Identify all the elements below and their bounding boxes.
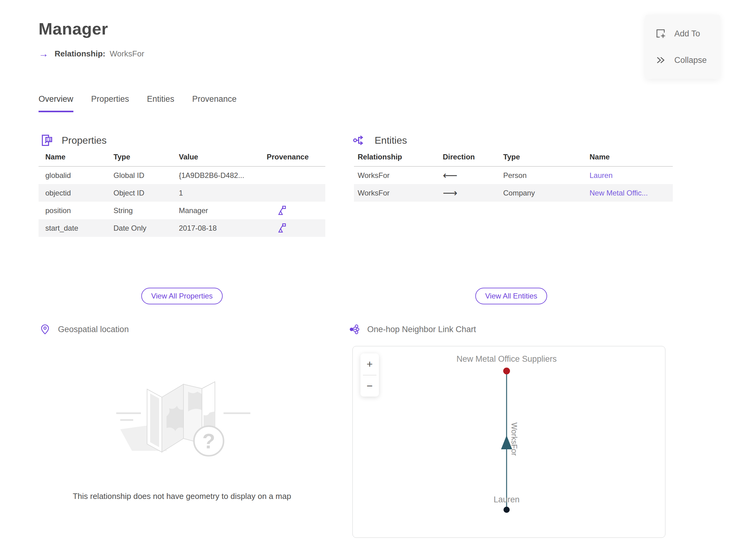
properties-section-title: Properties (62, 135, 107, 146)
prop-value: 1 (179, 189, 267, 197)
collapse-label: Collapse (674, 56, 707, 65)
prop-type: Global ID (113, 171, 179, 180)
ent-type: Person (503, 171, 589, 180)
tab-bar: Overview Properties Entities Provenance (38, 94, 237, 112)
ent-relationship: WorksFor (358, 171, 443, 180)
entity-link[interactable]: New Metal Offic... (589, 189, 673, 197)
ent-relationship: WorksFor (358, 189, 443, 197)
link-chart-icon (349, 324, 360, 335)
col-direction: Direction (443, 153, 503, 161)
zoom-out-button[interactable]: − (360, 375, 379, 397)
company-node-label: New Metal Office Suppliers (456, 354, 557, 364)
add-to-icon (655, 28, 666, 39)
company-node[interactable] (503, 368, 510, 374)
direction-arrow: ⟶ (443, 187, 503, 199)
provenance-flag-icon[interactable] (276, 223, 287, 234)
prop-provenance (267, 223, 325, 234)
properties-table-header: Name Type Value Provenance (38, 148, 325, 167)
col-value: Value (179, 153, 267, 161)
zoom-control: + − (360, 353, 379, 396)
view-all-entities-button[interactable]: View All Entities (475, 288, 547, 304)
no-geometry-message: This relationship does not have geometry… (38, 491, 325, 501)
entity-link[interactable]: Lauren (589, 171, 673, 180)
geospatial-section-title: Geospatial location (58, 325, 129, 334)
tab-provenance[interactable]: Provenance (192, 94, 237, 112)
relationship-detail-page: Manager → Relationship: WorksFor Add To … (0, 0, 740, 560)
link-chart-canvas[interactable]: + − New Metal Office Suppliers WorksFor … (352, 346, 665, 538)
tab-entities[interactable]: Entities (147, 94, 175, 112)
direction-arrow: ⟵ (443, 169, 503, 181)
col-provenance: Provenance (267, 153, 325, 161)
entities-section-title: Entities (375, 135, 407, 146)
col-type: Type (503, 153, 589, 161)
zoom-in-button[interactable]: + (360, 353, 379, 375)
entities-table: Relationship Direction Type Name WorksFo… (354, 148, 673, 202)
person-node[interactable] (503, 507, 510, 513)
tab-properties[interactable]: Properties (91, 94, 129, 112)
edge-label: WorksFor (510, 423, 519, 456)
action-panel: Add To Collapse (645, 15, 720, 79)
prop-type: String (113, 206, 179, 215)
table-row: start_date Date Only 2017-08-18 (38, 219, 325, 237)
chevrons-right-icon (655, 55, 666, 66)
prop-name: position (45, 206, 113, 215)
relationship-subtitle: → Relationship: WorksFor (38, 49, 144, 59)
link-chart-graph (353, 346, 665, 538)
col-relationship: Relationship (358, 153, 443, 161)
tab-overview[interactable]: Overview (38, 94, 73, 112)
table-row: globalid Global ID {1A9DB2B6-D482... (38, 167, 325, 184)
prop-value: Manager (179, 206, 267, 215)
provenance-flag-icon[interactable] (276, 205, 287, 216)
collapse-button[interactable]: Collapse (645, 55, 720, 66)
add-to-button[interactable]: Add To (645, 28, 720, 39)
map-pin-icon (39, 324, 51, 335)
link-chart-section-header: One-hop Neighbor Link Chart (349, 324, 476, 335)
prop-name: objectid (45, 189, 113, 197)
prop-value: 2017-08-18 (179, 224, 267, 232)
table-row: WorksFor ⟵ Person Lauren (354, 167, 673, 184)
properties-icon (39, 133, 54, 148)
col-name: Name (589, 153, 673, 161)
geospatial-section-header: Geospatial location (39, 324, 129, 335)
svg-text:?: ? (202, 429, 215, 453)
ent-type: Company (503, 189, 589, 197)
link-chart-section-title: One-hop Neighbor Link Chart (367, 325, 476, 334)
col-type: Type (113, 153, 179, 161)
entities-table-header: Relationship Direction Type Name (354, 148, 673, 167)
relationship-label: Relationship: (55, 49, 105, 59)
prop-type: Date Only (113, 224, 179, 232)
view-all-properties-button[interactable]: View All Properties (141, 288, 222, 304)
table-row: objectid Object ID 1 (38, 184, 325, 202)
prop-type: Object ID (113, 189, 179, 197)
page-title: Manager (38, 19, 108, 38)
entities-section-header: Entities (352, 133, 407, 148)
entities-icon (352, 133, 367, 148)
relationship-value: WorksFor (110, 49, 144, 59)
prop-name: globalid (45, 171, 113, 180)
properties-section-header: Properties (39, 133, 107, 148)
person-node-label: Lauren (494, 495, 520, 504)
prop-name: start_date (45, 224, 113, 232)
col-name: Name (45, 153, 113, 161)
relationship-arrow-icon: → (38, 49, 49, 59)
prop-value: {1A9DB2B6-D482... (179, 171, 267, 180)
no-map-illustration: ? (74, 355, 290, 478)
table-row: WorksFor ⟶ Company New Metal Offic... (354, 184, 673, 202)
prop-provenance (267, 205, 325, 216)
properties-table: Name Type Value Provenance globalid Glob… (38, 148, 325, 237)
add-to-label: Add To (674, 29, 700, 38)
table-row: position String Manager (38, 202, 325, 219)
